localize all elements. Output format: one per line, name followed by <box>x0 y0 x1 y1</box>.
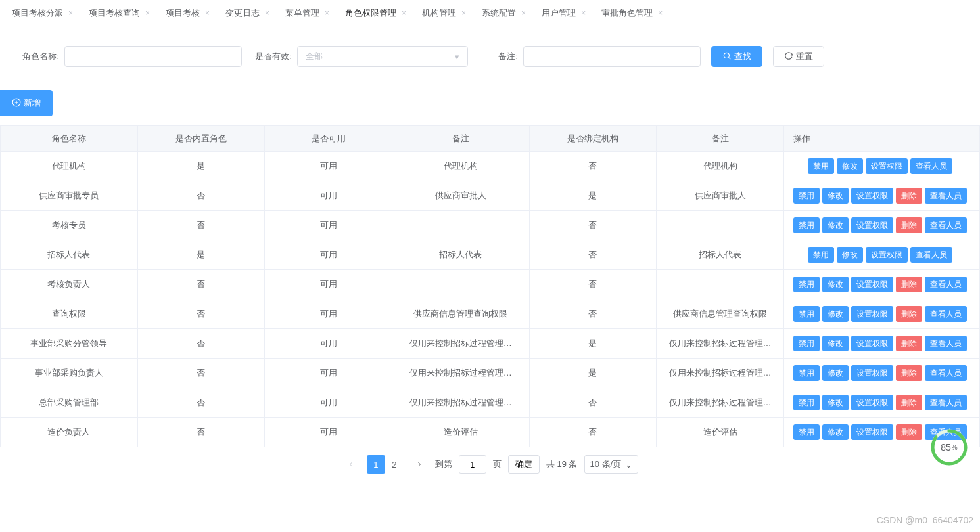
view-members-button[interactable]: 查看人员 <box>925 217 967 233</box>
view-members-button[interactable]: 查看人员 <box>910 247 952 263</box>
disable-button[interactable]: 禁用 <box>793 336 820 351</box>
disable-button[interactable]: 禁用 <box>793 217 820 233</box>
view-members-button[interactable]: 查看人员 <box>925 306 967 322</box>
delete-button[interactable]: 删除 <box>896 365 922 381</box>
set-permission-button[interactable]: 设置权限 <box>851 217 893 233</box>
cell-remark2: 招标人代表 <box>657 240 784 270</box>
close-icon[interactable]: × <box>461 9 466 18</box>
cell-builtin: 否 <box>137 181 265 211</box>
edit-button[interactable]: 修改 <box>837 247 863 263</box>
cell-remark1: 代理机构 <box>392 152 529 181</box>
page-number-1[interactable]: 1 <box>367 455 385 474</box>
delete-button[interactable]: 删除 <box>896 306 922 322</box>
tab-5[interactable]: 角色权限管理× <box>337 0 414 26</box>
close-icon[interactable]: × <box>658 9 663 18</box>
set-permission-button[interactable]: 设置权限 <box>866 247 908 263</box>
cell-builtin: 是 <box>137 240 265 270</box>
valid-select[interactable]: 全部 ▾ <box>297 46 468 67</box>
cell-name: 总部采购管理部 <box>1 388 138 418</box>
cell-name: 事业部采购负责人 <box>1 359 138 388</box>
delete-button[interactable]: 删除 <box>896 217 922 233</box>
disable-button[interactable]: 禁用 <box>793 188 820 204</box>
tab-7[interactable]: 系统配置× <box>474 0 534 26</box>
close-icon[interactable]: × <box>205 9 210 18</box>
tab-label: 审批角色管理 <box>601 7 653 19</box>
roles-table: 角色名称 是否内置角色 是否可用 备注 是否绑定机构 备注 操作 代理机构是可用… <box>0 125 980 447</box>
set-permission-button[interactable]: 设置权限 <box>851 336 893 351</box>
disable-button[interactable]: 禁用 <box>808 158 834 174</box>
set-permission-button[interactable]: 设置权限 <box>851 365 893 381</box>
edit-button[interactable]: 修改 <box>822 306 849 322</box>
next-page-button[interactable] <box>410 455 429 474</box>
close-icon[interactable]: × <box>402 9 406 18</box>
edit-button[interactable]: 修改 <box>822 395 849 410</box>
view-members-button[interactable]: 查看人员 <box>925 395 967 410</box>
view-members-button[interactable]: 查看人员 <box>910 158 952 174</box>
view-members-button[interactable]: 查看人员 <box>925 365 967 381</box>
tab-8[interactable]: 用户管理× <box>534 0 594 26</box>
edit-button[interactable]: 修改 <box>837 158 863 174</box>
set-permission-button[interactable]: 设置权限 <box>851 306 893 322</box>
delete-button[interactable]: 删除 <box>896 188 922 204</box>
set-permission-button[interactable]: 设置权限 <box>851 395 893 410</box>
edit-button[interactable]: 修改 <box>822 277 849 292</box>
cell-usable: 可用 <box>265 418 392 447</box>
cell-remark1: 供应商审批人 <box>392 181 529 211</box>
search-button[interactable]: 查找 <box>711 46 762 67</box>
disable-button[interactable]: 禁用 <box>793 306 820 322</box>
tab-3[interactable]: 变更日志× <box>218 0 277 26</box>
edit-button[interactable]: 修改 <box>822 188 849 204</box>
tab-1[interactable]: 项目考核查询× <box>81 0 158 26</box>
progress-text: 85% <box>930 428 968 466</box>
close-icon[interactable]: × <box>265 9 269 18</box>
cell-ops: 禁用修改设置权限删除查看人员 <box>783 388 979 418</box>
cell-name: 造价负责人 <box>1 418 138 447</box>
cell-remark1 <box>392 211 529 240</box>
view-members-button[interactable]: 查看人员 <box>925 277 967 292</box>
cell-builtin: 否 <box>137 418 265 447</box>
reset-button[interactable]: 重置 <box>773 46 824 67</box>
edit-button[interactable]: 修改 <box>822 336 849 351</box>
disable-button[interactable]: 禁用 <box>793 365 820 381</box>
close-icon[interactable]: × <box>68 9 73 18</box>
cell-ops: 禁用修改设置权限查看人员 <box>783 152 979 181</box>
set-permission-button[interactable]: 设置权限 <box>851 188 893 204</box>
edit-button[interactable]: 修改 <box>822 424 849 440</box>
prev-page-button[interactable] <box>342 455 360 474</box>
delete-button[interactable]: 删除 <box>896 395 922 410</box>
close-icon[interactable]: × <box>325 9 329 18</box>
pagination: 12 到第 页 确定 共 19 条 10 条/页 ⌄ <box>0 447 980 487</box>
remark-input[interactable] <box>523 46 701 67</box>
set-permission-button[interactable]: 设置权限 <box>851 424 893 440</box>
table-row: 供应商审批专员否可用供应商审批人是供应商审批人禁用修改设置权限删除查看人员 <box>1 181 980 211</box>
disable-button[interactable]: 禁用 <box>808 247 834 263</box>
tab-2[interactable]: 项目考核× <box>158 0 218 26</box>
view-members-button[interactable]: 查看人员 <box>925 188 967 204</box>
disable-button[interactable]: 禁用 <box>793 424 820 440</box>
delete-button[interactable]: 删除 <box>896 336 922 351</box>
delete-button[interactable]: 删除 <box>896 424 922 440</box>
page-size-select[interactable]: 10 条/页 ⌄ <box>584 455 639 474</box>
delete-button[interactable]: 删除 <box>896 277 922 292</box>
tab-0[interactable]: 项目考核分派× <box>4 0 81 26</box>
disable-button[interactable]: 禁用 <box>793 395 820 410</box>
set-permission-button[interactable]: 设置权限 <box>851 277 893 292</box>
view-members-button[interactable]: 查看人员 <box>925 336 967 351</box>
disable-button[interactable]: 禁用 <box>793 277 820 292</box>
tab-9[interactable]: 审批角色管理× <box>594 0 670 26</box>
edit-button[interactable]: 修改 <box>822 217 849 233</box>
edit-button[interactable]: 修改 <box>822 365 849 381</box>
add-button[interactable]: 新增 <box>0 90 53 116</box>
tab-6[interactable]: 机构管理× <box>414 0 474 26</box>
set-permission-button[interactable]: 设置权限 <box>866 158 908 174</box>
cell-name: 供应商审批专员 <box>1 181 138 211</box>
close-icon[interactable]: × <box>581 9 586 18</box>
tab-4[interactable]: 菜单管理× <box>277 0 337 26</box>
goto-confirm-button[interactable]: 确定 <box>508 455 540 474</box>
close-icon[interactable]: × <box>145 9 150 18</box>
cell-bound: 否 <box>529 240 657 270</box>
page-number-2[interactable]: 2 <box>385 455 404 474</box>
goto-page-input[interactable] <box>459 455 486 474</box>
role-name-input[interactable] <box>64 46 242 67</box>
close-icon[interactable]: × <box>521 9 526 18</box>
